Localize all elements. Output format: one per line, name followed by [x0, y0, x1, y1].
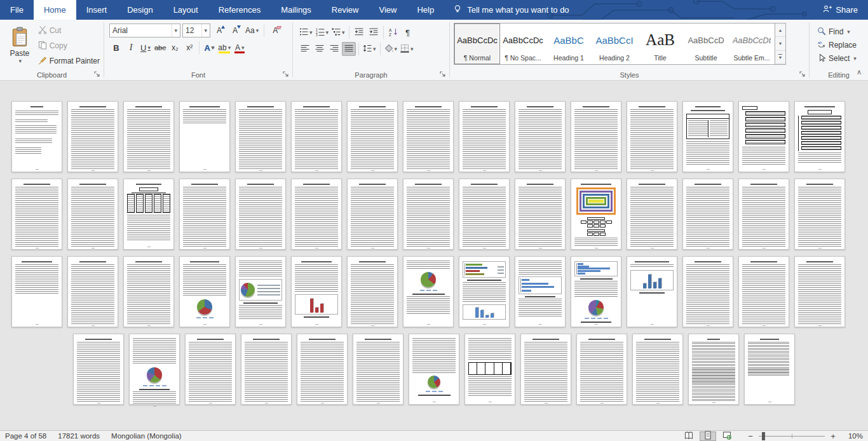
bullets-button[interactable]: ▾ [298, 25, 314, 39]
page-thumbnail[interactable] [738, 256, 789, 327]
zoom-slider[interactable] [759, 436, 825, 437]
page-thumbnail[interactable] [571, 256, 621, 327]
page-thumbnail[interactable] [291, 179, 342, 250]
page-thumbnail[interactable] [235, 101, 286, 172]
page-indicator[interactable]: Page 4 of 58 [5, 432, 46, 440]
font-family-combobox[interactable]: Arial ▾ [109, 24, 180, 37]
zoom-slider-handle[interactable] [762, 432, 765, 440]
italic-button[interactable]: I [124, 41, 138, 55]
page-thumbnail[interactable] [129, 334, 180, 405]
tab-review[interactable]: Review [322, 0, 369, 20]
page-thumbnail[interactable] [459, 101, 510, 172]
page-thumbnail[interactable] [627, 256, 677, 327]
page-thumbnail[interactable] [291, 101, 342, 172]
align-center-button[interactable] [313, 42, 327, 56]
styles-more-button[interactable]: ▼ [775, 51, 785, 64]
paste-button[interactable]: Paste ▾ [5, 22, 34, 68]
styles-dialog-launcher[interactable] [799, 71, 806, 78]
page-thumbnail[interactable] [179, 179, 230, 250]
page-thumbnail[interactable] [179, 256, 230, 327]
style-subtleem[interactable]: AaBbCcDt Subtle Em... [729, 24, 775, 64]
shading-button[interactable]: ▾ [383, 42, 399, 56]
page-thumbnail[interactable] [235, 179, 286, 250]
page-thumbnail[interactable] [627, 101, 677, 172]
tab-file[interactable]: File [0, 0, 34, 20]
page-thumbnail[interactable] [520, 334, 571, 405]
font-size-combobox[interactable]: 12 ▾ [182, 24, 210, 37]
page-thumbnail[interactable] [459, 256, 510, 327]
page-thumbnail[interactable] [632, 334, 683, 405]
page-thumbnail[interactable] [571, 179, 621, 250]
style-title[interactable]: AaB Title [637, 24, 683, 64]
print-layout-button[interactable] [700, 431, 716, 441]
page-thumbnail[interactable] [794, 179, 845, 250]
page-thumbnail[interactable] [67, 256, 118, 327]
page-thumbnail[interactable] [738, 101, 789, 172]
page-thumbnail[interactable] [682, 179, 733, 250]
tab-mailings[interactable]: Mailings [271, 0, 322, 20]
page-thumbnail[interactable] [571, 101, 621, 172]
tab-insert[interactable]: Insert [76, 0, 118, 20]
page-thumbnail[interactable] [794, 256, 845, 327]
zoom-level[interactable]: 10% [841, 432, 863, 440]
tab-references[interactable]: References [208, 0, 271, 20]
page-thumbnail[interactable] [67, 101, 118, 172]
page-thumbnail[interactable] [744, 334, 795, 405]
tab-design[interactable]: Design [117, 0, 163, 20]
subscript-button[interactable]: x₂ [168, 41, 182, 55]
line-spacing-button[interactable]: ▾ [362, 42, 377, 56]
page-thumbnail[interactable] [11, 179, 62, 250]
font-dialog-launcher[interactable] [282, 71, 290, 78]
replace-button[interactable]: ab Replace [815, 39, 859, 51]
web-layout-button[interactable] [719, 431, 735, 441]
select-button[interactable]: Select ▾ [815, 52, 859, 65]
justify-button[interactable] [342, 42, 356, 56]
tab-help[interactable]: Help [407, 0, 444, 20]
page-thumbnail[interactable] [123, 101, 174, 172]
language-indicator[interactable]: Mongolian (Mongolia) [111, 432, 182, 440]
page-thumbnail[interactable] [67, 179, 118, 250]
show-formatting-marks-button[interactable]: ¶ [401, 25, 415, 39]
clear-formatting-button[interactable]: A [268, 24, 282, 37]
page-thumbnail[interactable] [576, 334, 627, 405]
page-thumbnail[interactable] [688, 334, 739, 405]
style-h2[interactable]: AaBbCcI Heading 2 [592, 24, 637, 64]
page-thumbnail[interactable] [627, 179, 677, 250]
cut-button[interactable]: Cut [36, 24, 102, 37]
page-thumbnail[interactable] [11, 101, 62, 172]
zoom-out-button[interactable]: − [747, 431, 754, 441]
read-mode-button[interactable] [681, 431, 697, 441]
styles-scroll-down-button[interactable]: ▼ [775, 37, 785, 50]
page-thumbnail[interactable] [459, 179, 510, 250]
page-thumbnail[interactable] [515, 101, 566, 172]
grow-font-button[interactable]: A [212, 24, 226, 37]
multilevel-list-button[interactable]: ▾ [330, 25, 346, 39]
page-thumbnail[interactable] [347, 256, 398, 327]
page-thumbnail[interactable] [682, 101, 733, 172]
page-thumbnail[interactable] [347, 101, 398, 172]
borders-button[interactable]: ▾ [399, 42, 415, 56]
word-count[interactable]: 17821 words [58, 432, 100, 440]
numbering-button[interactable]: 123▾ [315, 25, 330, 39]
tab-view[interactable]: View [369, 0, 407, 20]
superscript-button[interactable]: x² [182, 41, 196, 55]
page-thumbnail[interactable] [123, 256, 174, 327]
page-thumbnail[interactable] [794, 101, 845, 172]
page-thumbnail[interactable] [347, 179, 398, 250]
tell-me-box[interactable]: Tell me what you want to do [444, 0, 578, 20]
copy-button[interactable]: Copy [36, 39, 102, 53]
page-thumbnail[interactable] [11, 256, 62, 327]
styles-scroll-up-button[interactable]: ▲ [775, 24, 785, 37]
bold-button[interactable]: B [109, 41, 123, 55]
style-subtitle[interactable]: AaBbCcD Subtitle [683, 24, 729, 64]
style-h1[interactable]: AaBbC Heading 1 [546, 24, 592, 64]
format-painter-button[interactable]: Format Painter [36, 54, 102, 68]
page-thumbnail[interactable] [123, 179, 174, 250]
page-thumbnail[interactable] [403, 179, 454, 250]
page-thumbnail[interactable] [465, 334, 515, 405]
page-thumbnail[interactable] [682, 256, 733, 327]
align-right-button[interactable] [327, 42, 341, 56]
page-thumbnail[interactable] [515, 179, 566, 250]
page-thumbnail[interactable] [241, 334, 292, 405]
underline-button[interactable]: U▾ [139, 41, 153, 55]
